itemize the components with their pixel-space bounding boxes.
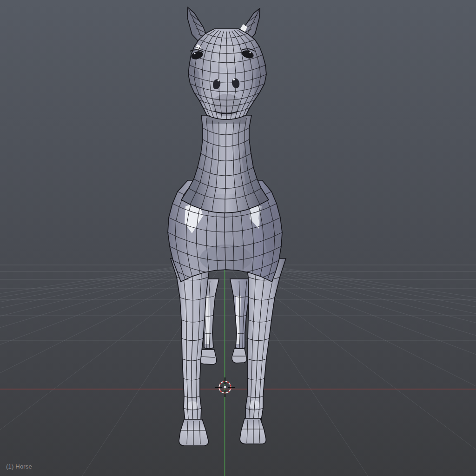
horse-part-head xyxy=(188,29,267,119)
viewport-canvas[interactable] xyxy=(0,0,476,476)
horse-part-hooves-hind xyxy=(199,349,247,364)
3d-cursor[interactable] xyxy=(215,377,235,397)
blender-3d-viewport[interactable]: (1) Horse xyxy=(0,0,476,476)
horse-part-hooves-front xyxy=(179,418,266,446)
viewport-info-text: (1) Horse xyxy=(6,463,32,470)
horse-model[interactable] xyxy=(168,7,286,446)
horse-part-neck xyxy=(181,115,269,213)
